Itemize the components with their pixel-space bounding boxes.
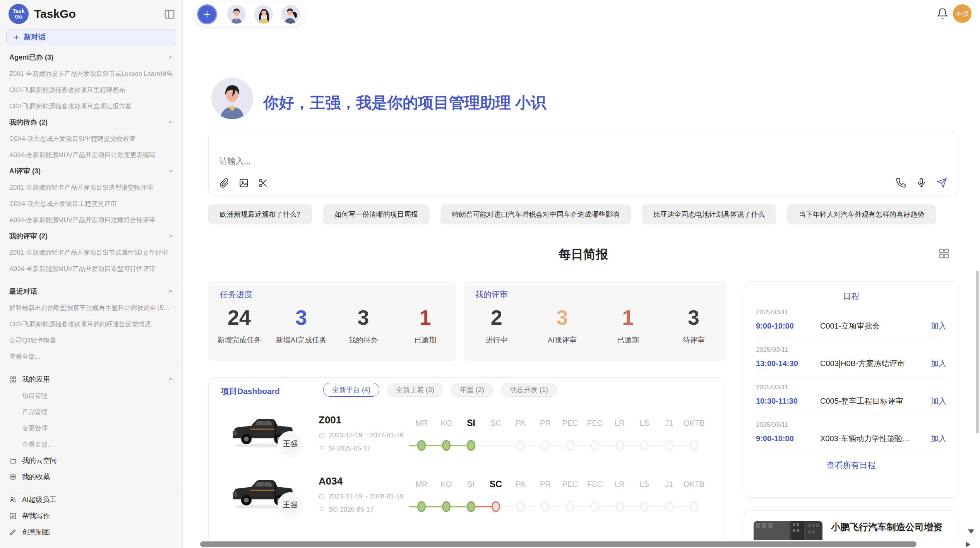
pen-icon	[9, 529, 17, 536]
stat-new-done: 24新增完成任务	[208, 306, 270, 345]
project-row[interactable]: 王强 A034 2023-12-19 ~ 2026-01-19 SC-2025-…	[209, 472, 725, 530]
suggestion-chips: 欧洲新规最近颁布了什么? 如何写一份清晰的项目周报 特朗普可能对进口汽车增税会对…	[208, 204, 967, 224]
milestone-dot	[467, 501, 475, 512]
list-item[interactable]: 解释最新出台的欧盟报废车法规再生塑料比例被调至15%...	[0, 300, 182, 316]
sidebar-collapse-icon[interactable]	[164, 9, 175, 20]
join-link[interactable]: 加入	[931, 396, 946, 406]
sidebar-item-favorites[interactable]: 我的收藏	[0, 469, 182, 485]
join-link[interactable]: 加入	[931, 358, 946, 369]
agent-avatar-1[interactable]	[227, 5, 246, 24]
list-item[interactable]: Z001-全新燃油轻卡产品开发项目SI造型提交物评审	[0, 179, 182, 195]
phone-icon[interactable]	[896, 178, 906, 188]
logo-line1: Task	[13, 8, 25, 14]
chat-input[interactable]	[219, 156, 839, 166]
suggestion-chip[interactable]: 欧洲新规最近颁布了什么?	[208, 204, 312, 224]
list-item[interactable]: A034-全新新能源MUV产品开发项目造型可行性评审	[0, 260, 182, 277]
folder-icon	[9, 457, 17, 464]
mic-icon[interactable]	[916, 178, 927, 188]
tab-new-body[interactable]: 全新上装 (3)	[387, 383, 443, 397]
view-all-chats[interactable]: 查看全部...	[0, 348, 182, 365]
project-dashboard-card: 项目Dashboard 全新平台 (4) 全新上装 (3) 年型 (2) 动总开…	[208, 377, 725, 548]
list-item[interactable]: C02-飞腾新能源轻客改款项目的闭环通告反馈情况	[0, 316, 182, 332]
app-item-project[interactable]: 项目管理	[0, 387, 182, 404]
sidebar-item-ai-employee[interactable]: AI超级员工	[0, 491, 182, 508]
milestone-dot	[417, 440, 426, 451]
stat-my-todo: 3我的待办	[332, 306, 394, 345]
scroll-right-arrow-icon[interactable]	[966, 542, 970, 547]
join-link[interactable]: 加入	[931, 321, 946, 331]
section-my-review[interactable]: 我的评审 (2)	[0, 228, 182, 244]
owner-badge: 王强	[278, 431, 303, 457]
list-item[interactable]: 公司Q3轻卡销量	[0, 332, 182, 348]
tab-new-platform[interactable]: 全新平台 (4)	[323, 383, 379, 397]
suggestion-chip[interactable]: 如何写一份清晰的项目周报	[323, 204, 430, 224]
milestone-dot	[516, 501, 525, 512]
clock-icon	[319, 432, 325, 439]
new-chat-button[interactable]: 新对话	[6, 29, 176, 45]
list-item[interactable]: C0X4-动力总成开发项目SI里程碑提交物检查	[0, 130, 182, 147]
milestone-dot	[566, 501, 574, 512]
sidebar-item-help-write[interactable]: 帮我写作	[0, 508, 182, 524]
schedule-row: 2025/03/11 13:00-14:30C003|H0B-方案冻结评审加入	[756, 339, 946, 377]
project-flag-date: SI-2025-05-17	[319, 445, 403, 452]
milestone-dot	[640, 440, 649, 451]
paperclip-icon[interactable]	[219, 178, 230, 188]
agent-avatar-3[interactable]	[281, 5, 300, 24]
assistant-avatar	[211, 77, 253, 119]
add-agent-button[interactable]	[197, 4, 217, 24]
sidebar-item-my-apps[interactable]: 我的应用	[0, 371, 182, 387]
vertical-scrollbar-thumb[interactable]	[976, 271, 979, 433]
suggestion-chip[interactable]: 特朗普可能对进口汽车增税会对中国车企造成哪些影响	[440, 204, 631, 224]
scroll-down-arrow-icon[interactable]	[968, 529, 974, 534]
join-link[interactable]: 加入	[931, 433, 946, 444]
stat-in-progress: 2进行中	[464, 306, 529, 345]
list-item[interactable]: C02-飞腾新能源轻客改款项目里程碑画布	[0, 82, 182, 98]
app-item-product[interactable]: 产品管理	[0, 404, 182, 420]
list-item[interactable]: Z001-全新燃油皮卡产品开发项目SI节点Lesson Learn报告	[0, 65, 182, 82]
user-avatar[interactable]: 王强	[953, 4, 971, 23]
project-row[interactable]: 王强 Z001 2023-12-19 ~ 2027-01-19 SI-2025-…	[209, 411, 725, 469]
suggestion-chip[interactable]: 比亚迪全固态电池计划具体说了什么	[642, 204, 776, 224]
owner-badge: 王强	[278, 492, 303, 518]
chevron-up-icon	[168, 376, 174, 382]
section-ai-review[interactable]: AI评审 (3)	[0, 163, 182, 179]
milestone-dot	[665, 440, 673, 451]
stat-ai-done: 3新增AI完成任务	[270, 306, 332, 345]
logo-line2: Go	[15, 14, 22, 20]
milestone-dot	[591, 440, 599, 451]
plus-icon	[13, 34, 20, 41]
agent-avatar-2[interactable]	[254, 5, 273, 24]
section-my-todo[interactable]: 我的待办 (2)	[0, 114, 182, 130]
list-item[interactable]: A034-全新新能源MUV产品开发项目计划变更表编写	[0, 147, 182, 163]
milestone-dot	[417, 501, 426, 512]
list-item[interactable]: C0X4-动力总成开发项目工程变更评审	[0, 195, 182, 212]
layout-grid-icon[interactable]	[938, 248, 950, 259]
tab-powertrain[interactable]: 动总开发 (1)	[501, 383, 557, 397]
milestone-dot	[541, 501, 550, 512]
sidebar-item-cloud-space[interactable]: 我的云空间	[0, 452, 182, 469]
suggestion-chip[interactable]: 当下年轻人对汽车外观有怎样的喜好趋势	[787, 204, 936, 224]
milestone-dot	[591, 501, 599, 512]
new-chat-label: 新对话	[24, 32, 46, 42]
card-title: 我的评审	[475, 289, 508, 300]
view-all-apps[interactable]: 查看全部...	[0, 436, 182, 452]
schedule-card: 日程 2025/03/11 9:00-10:00C001-立项审批会加入 202…	[744, 281, 958, 498]
send-icon[interactable]	[937, 178, 947, 188]
section-agent-done[interactable]: Agent已办 (3)	[0, 49, 182, 65]
milestone-dot	[665, 501, 673, 512]
tab-year-model[interactable]: 年型 (2)	[451, 383, 493, 397]
plus-icon	[202, 10, 212, 19]
notification-bell-icon[interactable]	[937, 8, 948, 19]
image-icon[interactable]	[239, 178, 249, 188]
chevron-up-icon	[168, 233, 174, 239]
app-item-change[interactable]: 变更管理	[0, 420, 182, 436]
scissors-icon[interactable]	[258, 178, 268, 188]
view-all-schedule-link[interactable]: 查看所有日程	[756, 452, 946, 471]
list-item[interactable]: C02-飞腾新能源轻客改款项目立项汇报方案	[0, 98, 182, 114]
list-item[interactable]: Z001-全新燃油轻卡产品开发项目SI节点属性5D文件评审	[0, 244, 182, 260]
horizontal-scrollbar-thumb[interactable]	[200, 541, 917, 547]
milestone-dot	[615, 501, 624, 512]
section-recent-chats[interactable]: 最近对话	[0, 283, 182, 300]
list-item[interactable]: A034-全新新能源MUV产品开发项目法规符合性评审	[0, 212, 182, 228]
sidebar-item-creative-draw[interactable]: 创意制图	[0, 524, 182, 540]
